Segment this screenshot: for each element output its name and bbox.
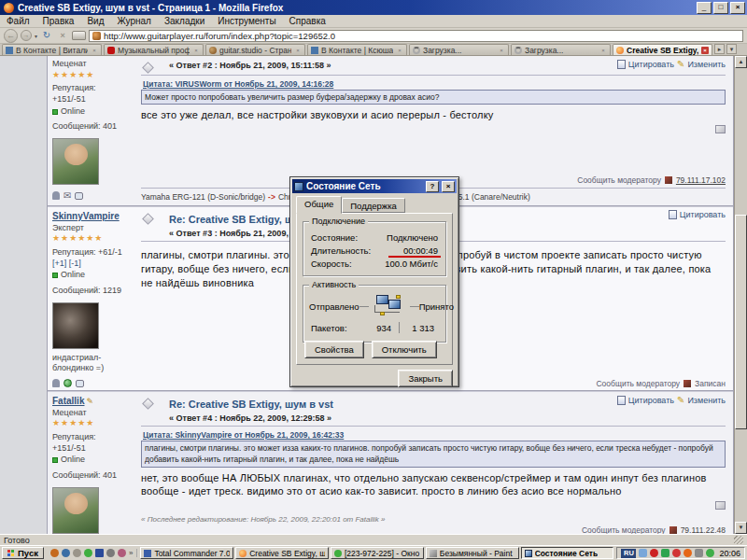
report-to-moderator-link[interactable]: Сообщить модератору (582, 525, 666, 534)
language-indicator[interactable]: RU (621, 549, 636, 558)
task-firefox[interactable]: Creative SB Extigy, шум ... (235, 547, 329, 559)
report-to-moderator-link[interactable]: Сообщить модератору (596, 379, 680, 388)
maximize-icon[interactable] (713, 2, 728, 14)
tab-lastfm-profile[interactable]: Музыкальный профиль Fatallik... (104, 44, 204, 55)
tab-vkontakte-1[interactable]: В Контакте | Виталий + Вита... (2, 44, 102, 55)
back-icon[interactable] (4, 29, 18, 43)
modify-button[interactable]: Изменить (687, 60, 726, 69)
tray-icon-updater[interactable] (684, 549, 692, 557)
tray-icon-alert[interactable] (672, 549, 681, 557)
quicklaunch-messenger-icon[interactable] (84, 549, 92, 557)
ip-link[interactable]: 79.111.22.48 (681, 525, 726, 534)
quicklaunch-desktop-icon[interactable] (73, 549, 81, 557)
profile-icon[interactable] (52, 379, 60, 387)
close-icon[interactable] (730, 2, 745, 14)
user-stars: ★★★★★ (52, 418, 129, 429)
tab-loading-2[interactable]: Загрузка... (511, 44, 611, 55)
username-link[interactable]: SkinnyVampire (52, 211, 120, 221)
packets-received-value: 1 313 (406, 323, 438, 333)
disconnect-button[interactable]: Отключить (372, 341, 437, 358)
quote-header-link[interactable]: Цитата: SkinnyVampire от Ноябрь 21, 2009… (143, 430, 726, 440)
modify-button[interactable]: Изменить (687, 396, 726, 405)
tab-guitar-studio[interactable]: guitar.studio - Страница 1 (205, 44, 305, 55)
menu-tools[interactable]: Инструменты (211, 16, 282, 26)
dialog-close-icon[interactable] (442, 181, 455, 192)
task-icq-window[interactable]: [223-972-225] - Окно со... (331, 547, 424, 559)
profile-icon[interactable] (52, 191, 60, 200)
print-icon[interactable] (72, 31, 86, 40)
quicklaunch-ie-icon[interactable] (62, 549, 70, 557)
tab-creative-sb-extigy[interactable]: Creative SB Extigy, шум в v... (613, 44, 712, 55)
menu-help[interactable]: Справка (283, 16, 332, 26)
quicklaunch-tools-icon[interactable] (106, 549, 115, 557)
quote-button[interactable]: Цитировать (680, 210, 726, 219)
properties-button[interactable]: Свойства (304, 341, 364, 358)
post-badge-icon[interactable] (715, 501, 726, 510)
tab-close-icon[interactable] (294, 47, 302, 54)
stop-icon[interactable] (56, 29, 69, 42)
task-network-status[interactable]: Состояние Сеть (521, 547, 614, 559)
quote-button[interactable]: Цитировать (628, 396, 674, 405)
tab-close-icon[interactable] (396, 47, 403, 54)
menu-bookmarks[interactable]: Закладки (158, 16, 211, 26)
network-connection-icon (294, 182, 303, 191)
tray-icon-volume[interactable] (695, 549, 703, 557)
close-button[interactable]: Закрыть (398, 370, 453, 387)
tab-close-icon[interactable] (701, 47, 709, 54)
tab-support[interactable]: Поддержка (342, 198, 405, 213)
tab-close-icon[interactable] (91, 47, 98, 54)
karma-vote-links[interactable]: [+1] [-1] (52, 259, 129, 270)
user-stars: ★★★★★ (52, 70, 129, 81)
tab-close-icon[interactable] (498, 47, 505, 54)
minimize-icon[interactable] (697, 2, 712, 14)
tab-list-icon[interactable]: ▾ (726, 44, 737, 54)
quote-button[interactable]: Цитировать (628, 60, 674, 69)
menu-view[interactable]: Вид (80, 16, 110, 26)
url-text[interactable]: http://www.guitarplayer.ru/forum/index.p… (104, 31, 335, 41)
post-badge-icon[interactable] (715, 125, 726, 133)
tab-loading-1[interactable]: Загрузка... (409, 44, 509, 55)
tab-scroll-right-icon[interactable]: ▸ (714, 44, 725, 54)
quote-header-link[interactable]: Цитата: VIRUSWorm от Ноябрь 21, 2009, 14… (143, 79, 726, 89)
history-dropdown-icon[interactable] (35, 33, 37, 39)
start-button[interactable]: Пуск (2, 547, 44, 559)
divider (141, 426, 726, 427)
help-icon[interactable] (426, 181, 439, 192)
vertical-scrollbar[interactable] (734, 56, 747, 534)
tab-close-icon[interactable] (192, 47, 200, 54)
resize-grip[interactable] (734, 536, 743, 544)
task-paint[interactable]: Безымянный - Paint (426, 547, 519, 559)
tray-icon-antivirus[interactable] (650, 549, 658, 557)
quicklaunch-totalcmd-icon[interactable] (95, 549, 104, 557)
scrollbar-thumb[interactable] (735, 215, 747, 429)
tray-icon-document[interactable] (639, 549, 647, 557)
website-icon[interactable] (63, 379, 72, 387)
tab-general[interactable]: Общие (296, 196, 342, 214)
loading-spinner-icon (413, 47, 420, 54)
menu-edit[interactable]: Правка (36, 16, 81, 26)
tab-vkontakte-2[interactable]: В Контакте | Ксюша Бондарева (307, 44, 407, 55)
tab-close-icon[interactable] (599, 47, 607, 54)
quote-icon (617, 60, 626, 69)
menu-history[interactable]: Журнал (110, 16, 158, 26)
tray-icon-messenger[interactable] (661, 549, 669, 557)
task-total-commander[interactable]: Total Commander 7.02 - ... (140, 547, 233, 559)
quicklaunch-overflow-icon[interactable] (129, 549, 133, 557)
reload-icon[interactable] (40, 29, 53, 42)
tray-icon-network[interactable] (706, 549, 714, 557)
report-to-moderator-link[interactable]: Сообщить модератору (577, 175, 661, 185)
ip-link[interactable]: 79.111.17.102 (676, 175, 726, 185)
scroll-down-icon[interactable] (735, 522, 747, 534)
quicklaunch-media-icon[interactable] (118, 549, 126, 557)
email-icon[interactable] (63, 189, 71, 203)
online-label: Online (61, 270, 85, 281)
post-title-link[interactable]: Re: Creative SB Extigy, шум в vst (169, 399, 333, 410)
forward-icon[interactable] (21, 30, 32, 41)
menu-file[interactable]: Файл (0, 16, 36, 26)
message-icon[interactable] (76, 380, 84, 387)
address-bar[interactable]: http://www.guitarplayer.ru/forum/index.p… (89, 30, 743, 42)
message-icon[interactable] (75, 192, 83, 200)
username-link[interactable]: Fatallik (52, 396, 84, 406)
scroll-up-icon[interactable] (735, 56, 747, 68)
quicklaunch-browser-icon[interactable] (50, 549, 59, 557)
